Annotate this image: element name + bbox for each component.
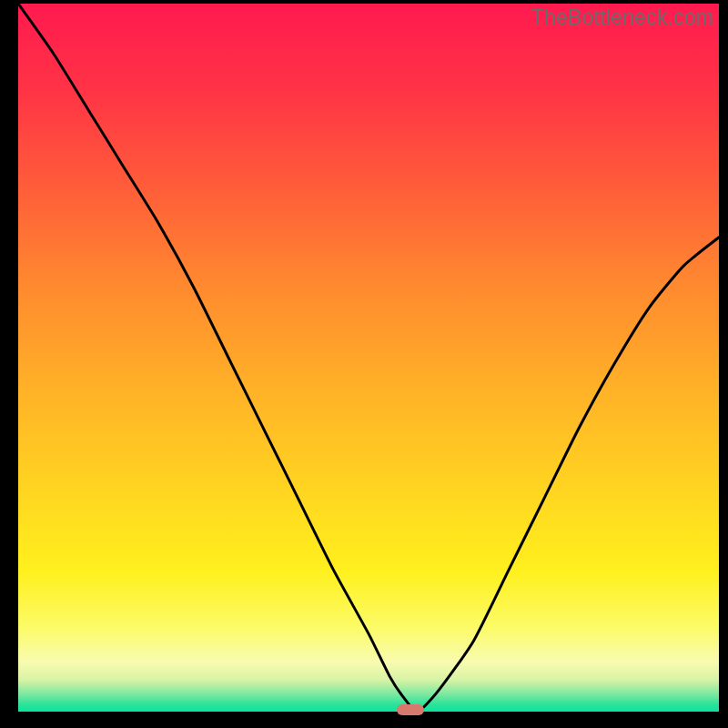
- bottleneck-curve: [18, 4, 719, 712]
- chart-frame: [18, 4, 719, 712]
- optimal-marker: [397, 704, 424, 715]
- watermark: TheBottleneck.com: [531, 5, 713, 30]
- plot-area: [18, 4, 719, 712]
